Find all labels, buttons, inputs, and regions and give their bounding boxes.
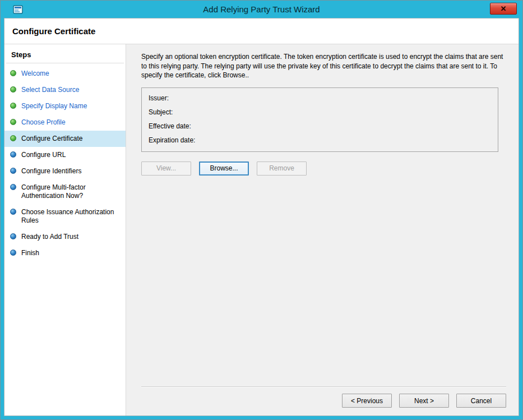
titlebar: Add Relying Party Trust Wizard ✕ <box>1 1 522 18</box>
cancel-button[interactable]: Cancel <box>456 394 506 408</box>
window-title: Add Relying Party Trust Wizard <box>1 4 522 14</box>
certificate-actions: View... Browse... Remove <box>141 161 506 176</box>
step-label: Choose Issuance Authorization Rules <box>21 208 121 225</box>
next-button[interactable]: Next > <box>399 394 449 408</box>
page-header: Configure Certificate <box>4 19 519 44</box>
step-completed-icon <box>10 119 16 125</box>
step-pending-icon <box>10 151 16 158</box>
close-icon: ✕ <box>501 4 507 13</box>
sidebar-item-configure-url: Configure URL <box>4 147 126 163</box>
step-label: Configure Identifiers <box>21 167 81 176</box>
step-completed-icon <box>10 86 16 93</box>
wizard-footer: < Previous Next > Cancel <box>141 386 506 409</box>
certificate-effective-date-label: Effective date: <box>149 121 491 135</box>
wizard-window: Add Relying Party Trust Wizard ✕ Configu… <box>0 0 523 420</box>
step-label: Configure Multi-factor Authentication No… <box>21 183 121 200</box>
browse-button[interactable]: Browse... <box>199 161 249 176</box>
steps-sidebar: Steps Welcome Select Data Source Specify… <box>4 44 126 416</box>
step-pending-icon <box>10 233 16 239</box>
wizard-icon <box>13 4 23 15</box>
page-description: Specify an optional token encryption cer… <box>141 52 506 80</box>
sidebar-item-configure-certificate[interactable]: Configure Certificate <box>4 131 126 147</box>
sidebar-item-configure-identifiers: Configure Identifiers <box>4 163 126 179</box>
step-pending-icon <box>10 209 16 215</box>
wizard-surface: Configure Certificate Steps Welcome Sele… <box>4 18 519 416</box>
step-label: Select Data Source <box>21 86 79 94</box>
sidebar-item-specify-display-name[interactable]: Specify Display Name <box>4 98 126 114</box>
step-completed-icon <box>10 103 16 109</box>
close-button[interactable]: ✕ <box>490 3 517 15</box>
footer-divider <box>141 386 506 387</box>
page-title: Configure Certificate <box>12 26 95 36</box>
step-pending-icon <box>10 184 16 190</box>
step-label: Choose Profile <box>21 118 66 127</box>
step-current-icon <box>10 135 16 141</box>
wizard-body: Steps Welcome Select Data Source Specify… <box>4 44 519 416</box>
certificate-subject-label: Subject: <box>149 107 491 121</box>
sidebar-item-finish: Finish <box>4 245 126 261</box>
steps-heading: Steps <box>6 48 124 63</box>
previous-button[interactable]: < Previous <box>342 394 392 408</box>
footer-buttons: < Previous Next > Cancel <box>141 394 506 409</box>
step-pending-icon <box>10 168 16 174</box>
sidebar-item-configure-mfa: Configure Multi-factor Authentication No… <box>4 179 126 204</box>
sidebar-item-choose-profile[interactable]: Choose Profile <box>4 114 126 131</box>
sidebar-item-welcome[interactable]: Welcome <box>4 66 126 82</box>
sidebar-item-select-data-source[interactable]: Select Data Source <box>4 82 126 98</box>
certificate-issuer-label: Issuer: <box>149 93 491 107</box>
sidebar-item-ready-to-add-trust: Ready to Add Trust <box>4 229 126 245</box>
certificate-expiration-date-label: Expiration date: <box>149 135 491 149</box>
step-label: Configure URL <box>21 151 66 159</box>
step-label: Ready to Add Trust <box>21 233 78 241</box>
main-pane: Specify an optional token encryption cer… <box>126 44 519 416</box>
certificate-details-box: Issuer: Subject: Effective date: Expirat… <box>141 87 498 152</box>
step-label: Finish <box>21 249 39 257</box>
step-label: Configure Certificate <box>21 135 82 143</box>
remove-button: Remove <box>257 161 307 176</box>
step-pending-icon <box>10 250 16 256</box>
step-completed-icon <box>10 70 16 76</box>
step-label: Specify Display Name <box>21 102 87 110</box>
sidebar-item-choose-issuance-rules: Choose Issuance Authorization Rules <box>4 204 126 229</box>
step-label: Welcome <box>21 70 49 78</box>
view-button: View... <box>141 161 191 176</box>
